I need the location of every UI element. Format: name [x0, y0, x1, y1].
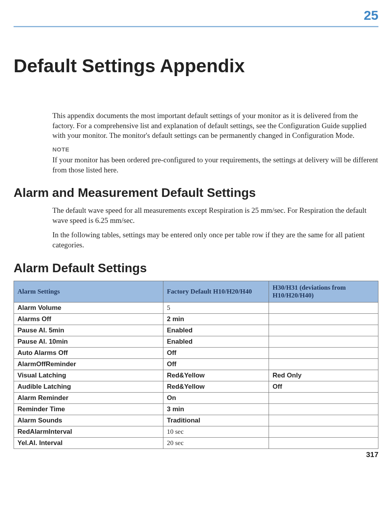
setting-name-cell: Alarms Off: [14, 313, 163, 325]
setting-deviation-cell: [269, 415, 378, 426]
table-row: Pause Al. 5minEnabled: [14, 325, 378, 336]
setting-deviation-cell: [269, 313, 378, 325]
setting-value-cell: 2 min: [163, 313, 269, 325]
page-title: Default Settings Appendix: [14, 55, 378, 76]
setting-deviation-cell: [269, 437, 378, 449]
section1-para1: The default wave speed for all measureme…: [52, 205, 378, 225]
setting-deviation-cell: [269, 325, 378, 336]
setting-value-cell: Traditional: [163, 415, 269, 426]
table-row: Yel.Al. Interval20 sec: [14, 437, 378, 449]
setting-deviation-cell: [269, 392, 378, 403]
setting-value-cell: Red&Yellow: [163, 381, 269, 392]
table-row: RedAlarmInterval10 sec: [14, 426, 378, 437]
setting-name-cell: Pause Al. 5min: [14, 325, 163, 336]
section1-para2: In the following tables, settings may be…: [52, 230, 378, 250]
table-row: Auto Alarms OffOff: [14, 347, 378, 358]
setting-value-cell: Enabled: [163, 336, 269, 347]
setting-deviation-cell: [269, 336, 378, 347]
setting-name-cell: Alarm Reminder: [14, 392, 163, 403]
intro-block: This appendix documents the most importa…: [52, 111, 378, 175]
alarm-settings-table: Alarm Settings Factory Default H10/H20/H…: [14, 281, 378, 449]
setting-name-cell: Alarm Volume: [14, 302, 163, 313]
page-number: 317: [366, 450, 378, 459]
setting-name-cell: Yel.Al. Interval: [14, 437, 163, 449]
setting-name-cell: AlarmOffReminder: [14, 358, 163, 370]
setting-name-cell: Audible Latching: [14, 381, 163, 392]
table-row: Reminder Time3 min: [14, 403, 378, 415]
table-header-col3: H30/H31 (deviations from H10/H20/H40): [269, 281, 378, 302]
table-row: Alarm ReminderOn: [14, 392, 378, 403]
table-row: Alarm SoundsTraditional: [14, 415, 378, 426]
setting-value-cell: 10 sec: [163, 426, 269, 437]
setting-deviation-cell: Red Only: [269, 370, 378, 381]
table-row: Visual LatchingRed&YellowRed Only: [14, 370, 378, 381]
setting-value-cell: 3 min: [163, 403, 269, 415]
table-header-row: Alarm Settings Factory Default H10/H20/H…: [14, 281, 378, 302]
setting-value-cell: 5: [163, 302, 269, 313]
setting-deviation-cell: [269, 403, 378, 415]
document-page: 25 Default Settings Appendix This append…: [0, 0, 392, 464]
setting-name-cell: RedAlarmInterval: [14, 426, 163, 437]
section1-body: The default wave speed for all measureme…: [52, 205, 378, 250]
setting-value-cell: On: [163, 392, 269, 403]
setting-name-cell: Reminder Time: [14, 403, 163, 415]
setting-deviation-cell: [269, 426, 378, 437]
setting-value-cell: 20 sec: [163, 437, 269, 449]
note-text: If your monitor has been ordered pre-con…: [52, 155, 378, 175]
setting-value-cell: Off: [163, 358, 269, 370]
note-label: NOTE: [52, 146, 378, 153]
setting-deviation-cell: [269, 358, 378, 370]
table-row: Alarms Off2 min: [14, 313, 378, 325]
setting-name-cell: Pause Al. 10min: [14, 336, 163, 347]
setting-deviation-cell: [269, 302, 378, 313]
table-row: Audible LatchingRed&YellowOff: [14, 381, 378, 392]
chapter-number: 25: [14, 8, 378, 23]
setting-name-cell: Visual Latching: [14, 370, 163, 381]
setting-value-cell: Enabled: [163, 325, 269, 336]
header-rule: [14, 26, 378, 27]
table-header-col2: Factory Default H10/H20/H40: [163, 281, 269, 302]
setting-deviation-cell: [269, 347, 378, 358]
table-header-col1: Alarm Settings: [14, 281, 163, 302]
table-row: Pause Al. 10minEnabled: [14, 336, 378, 347]
setting-deviation-cell: Off: [269, 381, 378, 392]
setting-name-cell: Alarm Sounds: [14, 415, 163, 426]
setting-value-cell: Red&Yellow: [163, 370, 269, 381]
section-heading-alarm-default: Alarm Default Settings: [14, 261, 378, 275]
intro-paragraph: This appendix documents the most importa…: [52, 111, 378, 141]
setting-name-cell: Auto Alarms Off: [14, 347, 163, 358]
table-row: Alarm Volume5: [14, 302, 378, 313]
section-heading-alarm-measurement: Alarm and Measurement Default Settings: [14, 186, 378, 200]
setting-value-cell: Off: [163, 347, 269, 358]
table-row: AlarmOffReminderOff: [14, 358, 378, 370]
